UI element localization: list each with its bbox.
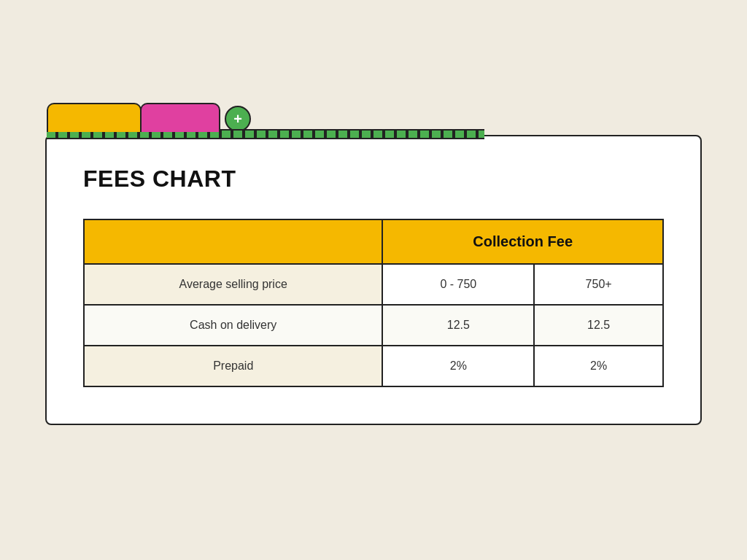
tab-2[interactable] [140, 103, 220, 132]
cash-on-delivery-label: Cash on delivery [84, 305, 382, 346]
table-header-row: Collection Fee [84, 219, 663, 264]
header-empty-cell [84, 219, 382, 264]
fees-table: Collection Fee Average selling price 0 -… [83, 219, 664, 387]
table-row: Cash on delivery 12.5 12.5 [84, 305, 663, 346]
content-area: FEES CHART Collection Fee Average sellin… [47, 136, 700, 424]
col2-header: 750+ [534, 264, 663, 305]
cash-col2-value: 12.5 [534, 305, 663, 346]
table-row: Prepaid 2% 2% [84, 346, 663, 386]
avg-price-label: Average selling price [84, 264, 382, 305]
tab-bar: + [47, 103, 251, 132]
prepaid-label: Prepaid [84, 346, 382, 386]
tab-1[interactable] [47, 103, 142, 132]
prepaid-col1-value: 2% [382, 346, 534, 386]
page-title: FEES CHART [83, 166, 664, 192]
prepaid-col2-value: 2% [534, 346, 663, 386]
col1-header: 0 - 750 [382, 264, 534, 305]
add-tab-button[interactable]: + [225, 106, 251, 132]
cash-col1-value: 12.5 [382, 305, 534, 346]
collection-fee-header: Collection Fee [382, 219, 663, 264]
browser-window: + FEES CHART Collection Fee Average sell… [45, 135, 702, 425]
sub-header-row: Average selling price 0 - 750 750+ [84, 264, 663, 305]
